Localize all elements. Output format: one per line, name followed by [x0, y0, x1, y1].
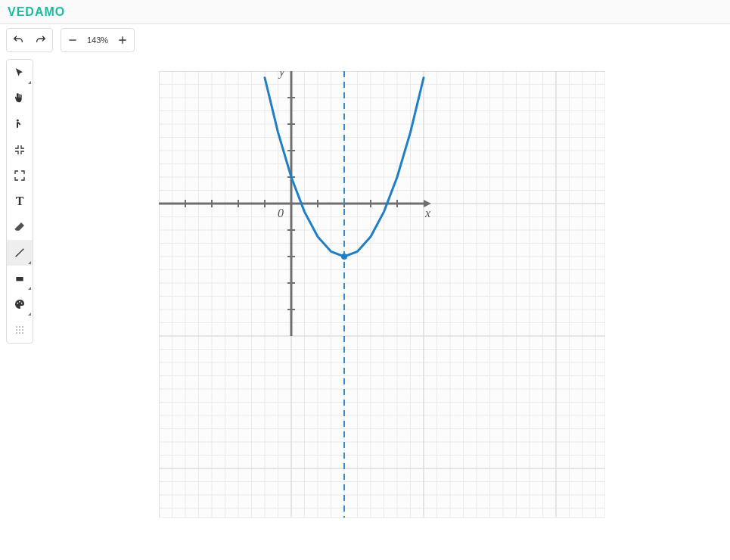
- svg-point-2: [17, 303, 18, 304]
- tool-select[interactable]: [7, 60, 33, 86]
- tool-presenter[interactable]: [7, 111, 33, 137]
- whiteboard-canvas[interactable]: 0xy: [159, 71, 605, 518]
- svg-point-8: [16, 329, 17, 330]
- line-icon: [14, 247, 26, 259]
- minus-icon: [67, 34, 79, 46]
- zoom-out-button[interactable]: [61, 29, 84, 51]
- grid-icon: [14, 324, 26, 336]
- top-toolbar: 143%: [0, 24, 730, 56]
- tool-fit[interactable]: [7, 137, 33, 163]
- shape-icon: [14, 272, 26, 285]
- svg-text:0: 0: [278, 207, 284, 219]
- svg-point-6: [19, 326, 20, 327]
- hand-icon: [14, 92, 26, 104]
- svg-point-114: [341, 254, 347, 260]
- redo-button[interactable]: [30, 29, 52, 51]
- tool-shape[interactable]: [7, 266, 33, 291]
- text-icon: T: [16, 194, 24, 208]
- expand-icon: [14, 170, 26, 182]
- canvas-wrap: 0xy: [33, 56, 730, 560]
- svg-point-9: [19, 329, 20, 330]
- expand-corner-icon: [28, 81, 31, 84]
- svg-point-11: [16, 332, 17, 333]
- history-group: [6, 28, 53, 52]
- svg-point-13: [22, 332, 23, 333]
- brand-logo: VEDAMO: [8, 5, 65, 19]
- zoom-level-label: 143%: [84, 36, 111, 45]
- svg-text:x: x: [424, 207, 430, 219]
- plus-icon: [116, 34, 129, 46]
- undo-icon: [12, 34, 24, 46]
- expand-corner-icon: [28, 261, 31, 264]
- svg-point-12: [19, 332, 20, 333]
- main-area: T 0xy: [0, 56, 730, 560]
- svg-point-5: [16, 326, 17, 327]
- tool-color[interactable]: [7, 291, 33, 317]
- side-toolbar: T: [6, 59, 33, 344]
- presenter-icon: [14, 118, 26, 130]
- svg-point-7: [22, 326, 23, 327]
- svg-point-10: [22, 329, 23, 330]
- svg-point-3: [19, 301, 20, 303]
- svg-point-4: [21, 303, 23, 304]
- zoom-in-button[interactable]: [111, 29, 134, 51]
- expand-corner-icon: [28, 313, 31, 316]
- svg-text:y: y: [278, 71, 285, 79]
- redo-icon: [35, 34, 47, 46]
- svg-rect-1: [16, 277, 23, 281]
- contract-icon: [14, 144, 26, 156]
- tool-text[interactable]: T: [7, 188, 33, 214]
- palette-icon: [14, 298, 26, 310]
- expand-corner-icon: [28, 287, 31, 290]
- tool-eraser[interactable]: [7, 214, 33, 240]
- tool-line[interactable]: [7, 240, 33, 266]
- app-header: VEDAMO: [0, 0, 730, 24]
- tool-grid[interactable]: [7, 317, 33, 343]
- zoom-group: 143%: [61, 28, 135, 52]
- svg-point-0: [17, 120, 19, 122]
- tool-fit-all[interactable]: [7, 163, 33, 188]
- eraser-icon: [14, 221, 26, 233]
- chart-plot: 0xy: [159, 71, 605, 518]
- tool-pan[interactable]: [7, 86, 33, 111]
- undo-button[interactable]: [7, 29, 30, 51]
- cursor-icon: [14, 67, 26, 79]
